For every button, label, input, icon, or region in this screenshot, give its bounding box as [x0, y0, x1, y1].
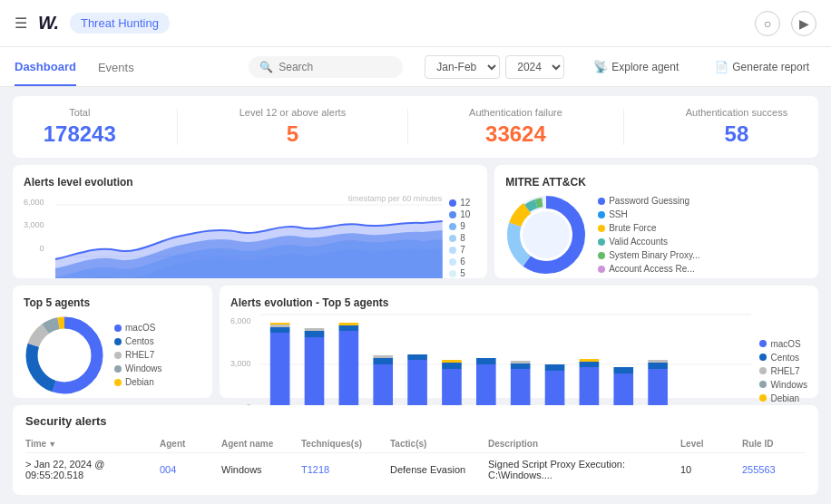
search-container: 🔍	[249, 56, 403, 78]
main-content: Total 178243 Level 12 or above alerts 5 …	[0, 87, 831, 504]
generate-report-button[interactable]: 📄 Generate report	[708, 57, 816, 77]
legend-item: Debian	[114, 377, 162, 387]
svg-rect-47	[579, 359, 599, 362]
svg-rect-42	[510, 361, 530, 363]
middle-row: Alerts level evolution 6,000 3,000 0 tim…	[13, 165, 818, 278]
tab-events[interactable]: Events	[98, 48, 134, 85]
nav-bar: Dashboard Events 🔍 Jan-Feb 2024 📡 Explor…	[0, 47, 831, 87]
tab-dashboard[interactable]: Dashboard	[15, 47, 76, 86]
play-icon[interactable]: ▶	[791, 11, 816, 36]
line-chart-svg	[55, 205, 443, 278]
svg-rect-37	[442, 360, 462, 363]
td-agent-name: Windows	[221, 464, 294, 475]
legend-item: Centos	[114, 336, 162, 346]
legend-item: 6	[449, 257, 476, 267]
line-chart-legend: 12109876543	[449, 194, 476, 267]
svg-rect-44	[544, 364, 564, 371]
svg-point-16	[41, 332, 88, 379]
top5-agents-card: Top 5 agents	[13, 286, 212, 399]
svg-rect-32	[373, 355, 393, 358]
svg-rect-25	[304, 331, 324, 337]
svg-rect-49	[613, 367, 633, 373]
svg-rect-41	[510, 363, 530, 369]
mitre-legend: Password GuessingSSHBrute ForceValid Acc…	[598, 196, 699, 274]
stat-l12-label: Level 12 or above alerts	[240, 107, 346, 118]
th-description: Description	[488, 439, 673, 449]
date-range-select[interactable]: Jan-Feb	[425, 55, 500, 79]
svg-rect-22	[269, 325, 289, 327]
mitre-donut-svg	[505, 194, 587, 276]
svg-rect-36	[442, 363, 462, 369]
legend-item: Debian	[759, 393, 807, 403]
td-techniques[interactable]: T1218	[301, 464, 383, 475]
svg-rect-29	[338, 323, 358, 325]
top5-title: Top 5 agents	[24, 296, 201, 309]
stat-auth-success-value: 58	[686, 121, 788, 147]
stat-divider-3	[623, 109, 624, 145]
table-row: > Jan 22, 2024 @ 09:55:20.518 004 Window…	[25, 453, 806, 486]
svg-rect-31	[373, 358, 393, 364]
alerts-top5-card: Alerts evolution - Top 5 agents 6,000 3,…	[220, 286, 818, 399]
legend-item: Windows	[759, 380, 807, 390]
svg-rect-21	[269, 327, 289, 333]
svg-rect-34	[407, 354, 427, 360]
security-alerts-card: Security alerts Time ▼ Agent Agent name …	[13, 405, 818, 495]
mitre-card: MITRE ATT&CK	[494, 165, 818, 278]
search-input[interactable]	[279, 61, 387, 73]
stat-l12: Level 12 or above alerts 5	[240, 107, 346, 147]
td-agent[interactable]: 004	[160, 464, 214, 475]
wifi-icon: 📡	[593, 60, 608, 73]
td-level: 10	[680, 464, 735, 475]
legend-item: Brute Force	[598, 223, 699, 233]
stat-auth-fail: Authentication failure 33624	[469, 107, 562, 147]
legend-item: macOS	[114, 323, 162, 333]
alerts-top5-title: Alerts evolution - Top 5 agents	[230, 296, 807, 309]
th-time[interactable]: Time ▼	[25, 439, 152, 449]
stat-auth-success-label: Authentication success	[686, 107, 788, 118]
svg-rect-46	[579, 362, 599, 367]
stat-auth-fail-label: Authentication failure	[469, 107, 562, 118]
y-label-mid: 3,000	[24, 220, 44, 229]
legend-item: 7	[449, 245, 476, 255]
legend-item: SSH	[598, 209, 699, 219]
logo: W.	[38, 13, 59, 34]
svg-rect-23	[269, 323, 289, 325]
app-header: ☰ W. Threat Hunting ○ ▶	[0, 0, 831, 47]
legend-item: Windows	[114, 363, 162, 373]
th-level: Level	[680, 439, 735, 449]
legend-item: Account Access Re...	[598, 264, 699, 274]
svg-rect-39	[476, 358, 496, 364]
year-select[interactable]: 2024	[505, 55, 564, 79]
td-description: Signed Script Proxy Execution: C:\Window…	[488, 459, 673, 480]
svg-rect-28	[338, 325, 358, 331]
top5-legend: macOSCentosRHEL7WindowsDebian	[114, 323, 162, 387]
th-tactics: Tactic(s)	[390, 439, 481, 449]
legend-item: 9	[449, 221, 476, 231]
circle-icon[interactable]: ○	[755, 11, 780, 36]
legend-item: 10	[449, 209, 476, 219]
alerts-evolution-title: Alerts level evolution	[24, 176, 476, 189]
th-rule-id: Rule ID	[742, 439, 806, 449]
alerts-evolution-card: Alerts level evolution 6,000 3,000 0 tim…	[13, 165, 487, 278]
svg-point-9	[523, 211, 570, 258]
chart-subtitle: timestamp per 60 minutes	[55, 194, 443, 203]
stat-divider-2	[407, 109, 408, 145]
menu-icon[interactable]: ☰	[15, 15, 27, 32]
svg-rect-51	[648, 363, 668, 369]
legend-item: 5	[449, 268, 476, 278]
breadcrumb: Threat Hunting	[70, 13, 170, 34]
line-chart-wrapper: 6,000 3,000 0 timestamp per 60 minutes	[24, 194, 476, 267]
security-alerts-title: Security alerts	[25, 414, 806, 428]
td-rule-id[interactable]: 255563	[742, 464, 806, 475]
mitre-content: Password GuessingSSHBrute ForceValid Acc…	[505, 194, 807, 276]
td-time: > Jan 22, 2024 @ 09:55:20.518	[25, 459, 152, 480]
explore-agent-button[interactable]: 📡 Explore agent	[586, 56, 686, 77]
legend-item: 12	[449, 198, 476, 208]
legend-item: Password Guessing	[598, 196, 699, 206]
search-icon: 🔍	[259, 61, 273, 73]
y-label-top: 6,000	[24, 198, 44, 207]
bottom-row: Top 5 agents	[13, 286, 818, 399]
th-agent: Agent	[160, 439, 214, 449]
stat-total-label: Total	[44, 107, 116, 118]
legend-item: Centos	[759, 353, 807, 363]
